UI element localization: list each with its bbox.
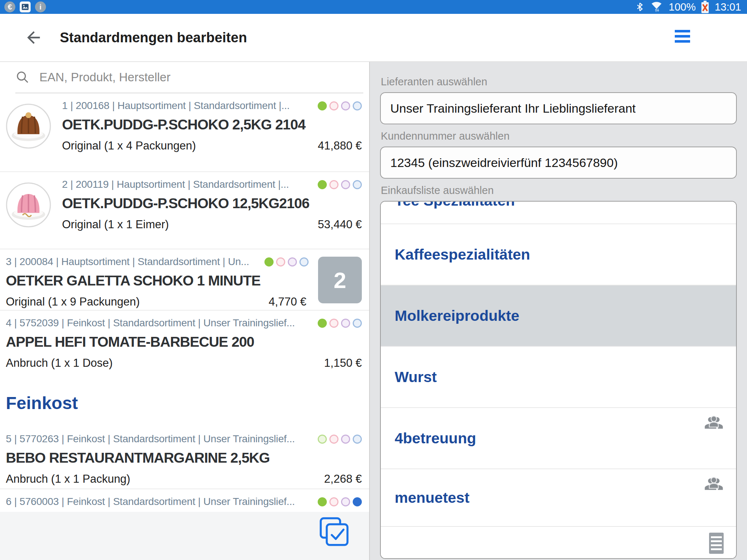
pink-outline-dot (276, 257, 285, 267)
screenshot-notification-icon (20, 1, 31, 12)
blue-outline-dot (299, 257, 309, 267)
product-variant: Original (1 x 1 Eimer) (62, 218, 169, 231)
product-price: 41,880 € (318, 139, 362, 152)
search-input[interactable] (39, 70, 363, 84)
back-arrow-icon[interactable] (24, 28, 43, 47)
info-notification-icon: i (35, 1, 46, 12)
multi-select-check-icon[interactable] (318, 516, 350, 548)
product-price: 1,150 € (324, 357, 362, 370)
image-icon (21, 3, 29, 11)
pink-outline-dot (329, 435, 338, 444)
status-dots (264, 257, 309, 267)
product-variant: Anbruch (1 x 1 Packung) (6, 472, 130, 486)
scroll-indicator-icon (709, 533, 724, 554)
product-title: OETK.PUDDG-P.SCHOKO 2,5KG 2104 (62, 117, 362, 133)
shopping-list-item[interactable]: Tee Spezialitäten (381, 202, 736, 224)
shopping-list: Tee Spezialitäten Kaffeespezialitäten Mo… (380, 201, 737, 559)
shopping-list-item[interactable]: Wurst (381, 347, 736, 408)
status-dots (318, 101, 362, 110)
product-meta: 6 | 5760003 | Feinkost | Standardsortime… (6, 496, 314, 508)
purple-outline-dot (288, 257, 297, 267)
supplier-label: Lieferanten auswählen (381, 76, 737, 88)
pink-outline-dot (329, 101, 338, 110)
product-variant: Anbruch (1 x 1 Dose) (6, 357, 113, 370)
product-meta: 2 | 200119 | Hauptsortiment | Standardso… (62, 179, 314, 190)
selection-panel: Lieferanten auswählen Unser Trainingslie… (370, 62, 747, 560)
section-header: Feinkost (0, 379, 369, 427)
product-meta: 5 | 5770263 | Feinkost | Standardsortime… (6, 433, 314, 445)
blue-outline-dot (353, 101, 362, 110)
product-row[interactable]: 2 | 200119 | Hauptsortiment | Standardso… (0, 171, 369, 249)
shared-group-icon (704, 474, 724, 494)
purple-outline-dot (341, 101, 350, 110)
shopping-list-item[interactable]: 4betreuung (381, 408, 736, 469)
product-image-pink-pudding (6, 179, 62, 249)
shopping-list-label: Einkaufsliste auswählen (381, 184, 737, 197)
purple-outline-dot (341, 319, 350, 328)
search-bar (0, 62, 363, 93)
green-outline-dot (318, 435, 327, 444)
page-title: Standardmengen bearbeiten (60, 30, 247, 46)
list-footer (0, 512, 369, 560)
supplier-select[interactable]: Unser Trainingslieferant Ihr Lieblingsli… (380, 92, 737, 124)
blue-outline-dot (353, 180, 362, 189)
product-row[interactable]: 1 | 200168 | Hauptsortiment | Standardso… (0, 93, 369, 171)
green-filled-dot (264, 257, 274, 267)
shopping-list-item-selected[interactable]: Molkereiprodukte (381, 285, 736, 347)
product-row[interactable]: 6 | 5760003 | Feinkost | Standardsortime… (0, 489, 369, 512)
purple-outline-dot (341, 435, 350, 444)
green-filled-dot (318, 101, 327, 110)
product-variant: Original (1 x 4 Packungen) (62, 139, 196, 152)
customer-number-select[interactable]: 12345 (einszweidreivierfünf 1234567890) (380, 147, 737, 179)
status-bar: € i 100% 13:01 (0, 0, 747, 14)
pink-outline-dot (329, 497, 338, 506)
notification-icons: € i (4, 1, 46, 12)
status-dots (318, 319, 362, 328)
euro-notification-icon: € (4, 1, 15, 12)
shopping-list-item[interactable]: menuetest (381, 469, 736, 527)
product-image-chocolate-pudding (6, 100, 62, 171)
blue-filled-dot (353, 497, 362, 506)
product-title: OETKER GALETTA SCHOKO 1 MINUTE (6, 273, 362, 289)
wifi-icon (650, 0, 663, 13)
customer-number-label: Kundennummer auswählen (381, 130, 737, 142)
product-meta: 3 | 200084 | Hauptsortiment | Standardso… (6, 256, 261, 268)
status-dots (318, 497, 362, 506)
product-list-panel: 1 | 200168 | Hauptsortiment | Standardso… (0, 62, 370, 560)
battery-icon (701, 1, 709, 13)
green-filled-dot (318, 180, 327, 189)
shopping-list-item[interactable]: Kaffeespezialitäten (381, 224, 736, 285)
clock: 13:01 (715, 1, 741, 13)
menu-icon[interactable] (675, 30, 690, 45)
product-row[interactable]: 3 | 200084 | Hauptsortiment | Standardso… (0, 249, 369, 310)
search-icon (15, 70, 30, 85)
bluetooth-icon (635, 1, 645, 13)
purple-outline-dot (341, 180, 350, 189)
blue-outline-dot (353, 319, 362, 328)
quantity-badge: 2 (318, 257, 362, 303)
green-filled-dot (318, 319, 327, 328)
product-row[interactable]: 5 | 5770263 | Feinkost | Standardsortime… (0, 427, 369, 489)
product-price: 4,770 € (269, 295, 306, 308)
app-bar: Standardmengen bearbeiten (0, 14, 747, 62)
battery-percent: 100% (669, 1, 696, 13)
status-dots (318, 180, 362, 189)
pink-outline-dot (329, 180, 338, 189)
status-dots (318, 435, 362, 444)
product-title: OETK.PUDDG-P.SCHOKO 12,5KG2106 (62, 195, 362, 211)
shopping-list-end (381, 527, 736, 558)
product-meta: 1 | 200168 | Hauptsortiment | Standardso… (62, 100, 314, 112)
product-price: 2,268 € (324, 472, 362, 486)
product-title: BEBO RESTAURANTMARGARINE 2,5KG (6, 450, 362, 466)
product-price: 53,440 € (318, 218, 362, 231)
product-title: APPEL HEFI TOMATE-BARBECUE 200 (6, 334, 362, 350)
blue-outline-dot (353, 435, 362, 444)
green-filled-dot (318, 497, 327, 506)
pink-outline-dot (329, 319, 338, 328)
product-row[interactable]: 4 | 5752039 | Feinkost | Standardsortime… (0, 310, 369, 379)
product-variant: Original (1 x 9 Packungen) (6, 295, 140, 308)
purple-outline-dot (341, 497, 350, 506)
shared-group-icon (704, 413, 724, 433)
product-meta: 4 | 5752039 | Feinkost | Standardsortime… (6, 317, 314, 329)
